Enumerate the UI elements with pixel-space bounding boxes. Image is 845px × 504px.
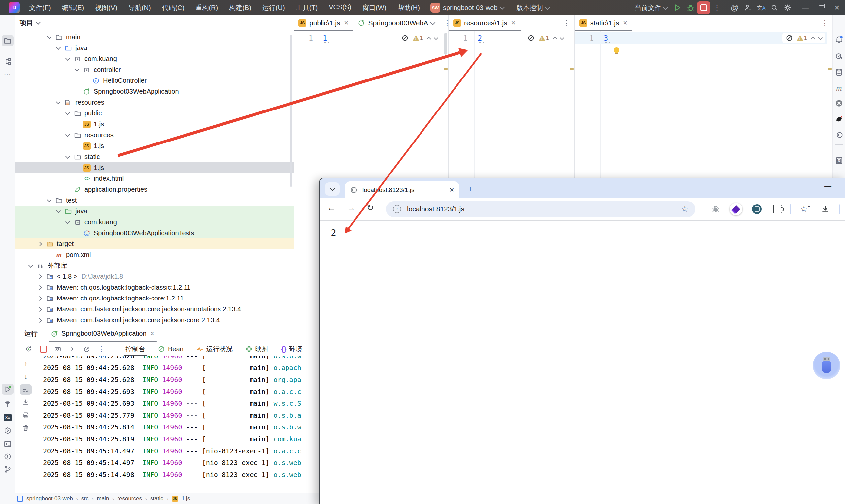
run-view-tab-运行状况[interactable]: 运行状况	[191, 342, 238, 356]
chevron-down-icon[interactable]	[63, 112, 73, 114]
intention-bulb-icon[interactable]	[614, 48, 619, 53]
menu-文件(F)[interactable]: 文件(F)	[24, 1, 55, 14]
rerun-button[interactable]	[22, 343, 35, 355]
tool-pigeon-plugin[interactable]	[833, 113, 845, 125]
chevron-up-icon[interactable]	[811, 36, 815, 41]
print-button[interactable]	[20, 410, 32, 420]
menu-视图(V)[interactable]: 视图(V)	[90, 1, 122, 14]
forward-button[interactable]: →	[347, 203, 355, 213]
tree-item-Maven_ch.qos.logback_logback-core_1.2.11[interactable]: Maven: ch.qos.logback:logback-core:1.2.1…	[15, 293, 294, 304]
address-bar[interactable]: i localhost:8123/1.js ☆	[386, 201, 696, 217]
tool-problems[interactable]	[2, 451, 14, 462]
tree-item-application.properties[interactable]: application.properties	[15, 184, 294, 195]
breadcrumb-item[interactable]: src	[81, 496, 89, 502]
swirl-extension-button[interactable]	[751, 203, 763, 215]
tool-translation-book[interactable]: A	[833, 155, 845, 166]
project-panel-header[interactable]: 项目	[20, 18, 40, 28]
chevron-down-icon[interactable]	[53, 211, 64, 212]
chevron-right-icon[interactable]	[35, 319, 45, 322]
browser-minimize-button[interactable]: —	[824, 182, 831, 190]
breadcrumb-item[interactable]: main	[97, 496, 109, 502]
downloads-button[interactable]	[819, 203, 831, 215]
tree-item-public[interactable]: public	[15, 108, 294, 119]
tree-item-com.kuang[interactable]: com.kuang	[15, 217, 294, 228]
tool-notifications[interactable]	[833, 34, 845, 46]
editor-tab-public\1.js[interactable]: JSpublic\1.js ✕	[294, 15, 353, 31]
tree-item-target[interactable]: target	[15, 238, 294, 249]
inspections-widget[interactable]: 1	[398, 33, 441, 43]
chevron-down-icon[interactable]	[63, 156, 73, 158]
run-view-tab-映射[interactable]: 映射	[240, 342, 274, 356]
editor-tab-Springboot03WebA[interactable]: Springboot03WebA	[353, 15, 439, 31]
tree-item-1.js[interactable]: JS1.js	[15, 119, 294, 130]
chevron-down-icon[interactable]	[434, 35, 438, 40]
menu-窗口(W)[interactable]: 窗口(W)	[358, 1, 391, 14]
tool-database[interactable]	[833, 67, 845, 78]
soft-wrap-button[interactable]	[20, 384, 32, 395]
menu-代码(C)[interactable]: 代码(C)	[157, 1, 189, 14]
usb-floating-button[interactable]	[813, 352, 840, 379]
tree-item-com.kuang[interactable]: com.kuang	[15, 53, 294, 64]
tree-item-HelloController[interactable]: CHelloController	[15, 75, 294, 86]
chevron-down-icon[interactable]	[53, 47, 64, 49]
chevron-right-icon[interactable]	[35, 286, 45, 289]
tool-build-hammer[interactable]	[2, 399, 14, 410]
extensions-puzzle-button[interactable]	[771, 203, 784, 215]
tree-item-外部库[interactable]: 外部库	[15, 260, 294, 271]
more-icon[interactable]: ⋮	[817, 15, 832, 31]
breadcrumb-item[interactable]: springboot-03-web	[27, 496, 73, 502]
run-configuration-tab[interactable]: Springboot03WebApplication ✕	[51, 325, 155, 342]
stop-button[interactable]	[697, 1, 710, 14]
tool-excel-plugin[interactable]: X≡	[2, 412, 14, 423]
tree-item-java[interactable]: java	[15, 206, 294, 217]
chevron-down-icon[interactable]	[63, 58, 73, 60]
breadcrumb-item[interactable]: resources	[117, 496, 142, 502]
run-view-tab-Bean[interactable]: Bean	[153, 342, 189, 356]
bookmark-star-icon[interactable]: ☆	[681, 204, 688, 214]
menu-重构(R)[interactable]: 重构(R)	[191, 1, 223, 14]
tool-services[interactable]	[2, 425, 14, 436]
settings-button[interactable]	[781, 1, 794, 14]
more-actions-button[interactable]: ⋮	[710, 1, 723, 14]
new-tab-button[interactable]: +	[468, 184, 473, 194]
chevron-up-icon[interactable]	[552, 36, 557, 41]
chevron-right-icon[interactable]	[35, 242, 45, 246]
purple-extension-button[interactable]	[730, 203, 742, 215]
close-button[interactable]: ✕	[829, 0, 845, 15]
tool-remote[interactable]	[833, 129, 845, 141]
reload-button[interactable]: ↻	[367, 203, 374, 213]
tool-terminal[interactable]	[2, 438, 14, 450]
tool-run[interactable]	[2, 384, 14, 395]
menu-构建(B)[interactable]: 构建(B)	[225, 1, 256, 14]
sparkle-star-button[interactable]: ☆✦	[799, 203, 812, 215]
more-icon[interactable]: ⋮	[559, 15, 574, 31]
scrollbar-thumb[interactable]	[444, 33, 447, 55]
chevron-down-icon[interactable]	[72, 69, 82, 71]
tool-project-folder[interactable]	[2, 35, 14, 46]
close-icon[interactable]: ✕	[150, 330, 155, 338]
chevron-down-icon[interactable]	[63, 134, 73, 136]
scroll-to-end-button[interactable]	[20, 397, 32, 408]
tool-ai-assistant[interactable]	[833, 51, 845, 62]
debug-button[interactable]	[684, 1, 697, 14]
menu-VCS(S)[interactable]: VCS(S)	[324, 1, 356, 14]
vcs-widget[interactable]: 版本控制	[513, 1, 552, 14]
chevron-right-icon[interactable]	[35, 297, 45, 300]
menu-帮助(H)[interactable]: 帮助(H)	[393, 1, 424, 14]
inspections-widget[interactable]: 1	[782, 33, 825, 43]
tree-item-main[interactable]: main	[15, 32, 294, 42]
tree-scrollbar[interactable]	[290, 35, 293, 187]
tab-close-icon[interactable]: ✕	[344, 19, 349, 27]
tree-item-Maven_com.fasterxml.jackson.core_jackson-core_2.13.4[interactable]: Maven: com.fasterxml.jackson.core:jackso…	[15, 315, 294, 325]
tab-close-icon[interactable]: ✕	[449, 186, 454, 194]
profiler-button[interactable]	[81, 343, 93, 355]
inspections-widget[interactable]: 1	[524, 33, 567, 43]
minimize-button[interactable]: —	[797, 0, 813, 15]
tree-item-Maven_com.fasterxml.jackson.core_jackson-annotations_2.13.4[interactable]: Maven: com.fasterxml.jackson.core:jackso…	[15, 304, 294, 315]
tool-git-branch[interactable]	[2, 464, 14, 475]
menu-导航(N)[interactable]: 导航(N)	[124, 1, 156, 14]
tree-item-Springboot03WebApplicationTests[interactable]: CSpringboot03WebApplicationTests	[15, 228, 294, 238]
chevron-down-icon[interactable]	[560, 35, 564, 40]
chevron-up-icon[interactable]	[426, 36, 431, 41]
tree-item-test[interactable]: test	[15, 195, 294, 206]
